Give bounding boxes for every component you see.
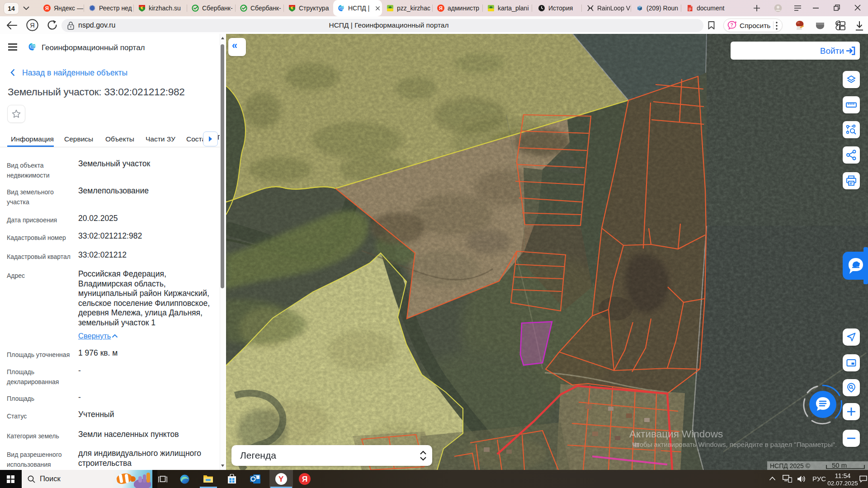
svg-text:Я: Я bbox=[30, 22, 34, 29]
svg-text:?: ? bbox=[731, 22, 733, 28]
